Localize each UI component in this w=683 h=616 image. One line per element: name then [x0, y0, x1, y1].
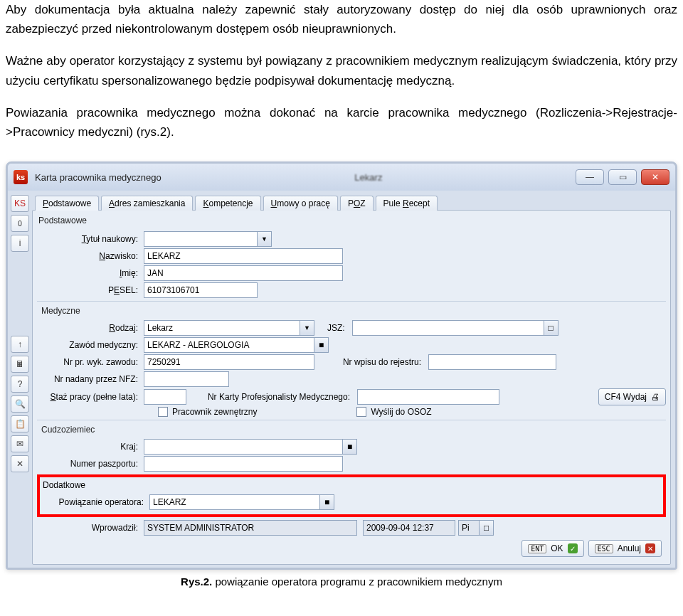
group-dodatkowe: Dodatkowe — [43, 480, 660, 493]
close-button[interactable]: ✕ — [641, 169, 669, 185]
paragraph-3: Powiazania pracownika medycznego można d… — [6, 103, 677, 142]
input-staz[interactable] — [144, 389, 186, 405]
label-powiazanie: Powiązanie operatora: — [43, 497, 149, 507]
sidebar-help-button[interactable]: ? — [11, 376, 29, 393]
sidebar-calc-button[interactable]: 🖩 — [11, 356, 29, 373]
label-jsz: JSZ: — [314, 323, 352, 333]
input-nrwpisu[interactable] — [428, 354, 556, 370]
tab-umowy[interactable]: Umowy o pracę — [263, 196, 338, 211]
input-zawod[interactable]: LEKARZ - ALERGOLOGIA — [144, 337, 314, 353]
input-powiazanie[interactable]: LEKARZ — [149, 494, 320, 510]
app-icon: ks — [14, 170, 28, 184]
sidebar-mail-button[interactable]: ✉ — [11, 435, 29, 452]
sidebar-search-button[interactable]: 🔍 — [11, 395, 29, 413]
label-wprowadzil: Wprowadził: — [37, 523, 144, 533]
tab-poz[interactable]: POZ — [340, 196, 374, 211]
input-pi: Pi — [458, 520, 480, 536]
cancel-button[interactable]: ESC Anuluj ✕ — [588, 540, 662, 557]
label-nazwisko: Nazwisko: — [37, 251, 144, 261]
label-tytul: Tytuł naukowy: — [37, 234, 144, 244]
figure-caption: Rys.2. powiązanie operatora programu z p… — [0, 575, 683, 588]
label-imie: Imię: — [37, 268, 144, 278]
ok-button[interactable]: ENT OK ✓ — [521, 540, 583, 557]
label-karta: Nr Karty Profesjonalisty Medycznego: — [186, 392, 357, 402]
sidebar-toolbar: KS 0 i ↑ 🖩 ? 🔍 📋 ✉ ✕ — [8, 191, 32, 568]
paragraph-2: Ważne aby operator korzystający z system… — [6, 51, 677, 90]
highlighted-section: Dodatkowe Powiązanie operatora: LEKARZ ■ — [37, 474, 666, 517]
window-title: Karta pracownika medycznego — [35, 172, 162, 183]
minimize-button[interactable]: — — [576, 169, 604, 185]
input-karta[interactable] — [357, 389, 499, 405]
wydaj-button[interactable]: CF4 Wydaj🖨 — [598, 388, 666, 405]
checkbox-zewnetrzny[interactable] — [158, 407, 168, 417]
input-nazwisko[interactable]: LEKARZ — [144, 248, 343, 264]
sidebar-logo-button[interactable]: KS — [11, 195, 29, 212]
document-text: Aby dokumentacja była aktualna należy za… — [0, 0, 683, 161]
stop-icon[interactable]: ■ — [320, 494, 334, 510]
tab-podstawowe[interactable]: Podstawowe — [35, 196, 99, 211]
label-staz: Staż pracy (pełne lata): — [37, 392, 144, 402]
print-icon: 🖨 — [651, 392, 660, 402]
input-paszport[interactable] — [144, 456, 343, 472]
group-podstawowe: Podstawowe — [37, 213, 666, 230]
tabstrip: Podstawowe Adres zamieszkania Kompetencj… — [32, 193, 671, 211]
expand-icon[interactable]: □ — [480, 520, 494, 536]
stop-icon[interactable]: ■ — [314, 337, 329, 353]
input-imie[interactable]: JAN — [144, 265, 343, 281]
label-nrpr: Nr pr. wyk. zawodu: — [37, 357, 144, 367]
panel: Podstawowe Tytuł naukowy: ▼ Nazwisko: LE… — [32, 210, 671, 565]
dropdown-arrow-icon[interactable]: ▼ — [258, 231, 272, 247]
dialog-window: ks Karta pracownika medycznego Lekarz — … — [6, 161, 677, 570]
check-icon: ✓ — [568, 543, 578, 553]
label-rodzaj: Rodzaj: — [37, 323, 144, 333]
sidebar-close-button[interactable]: ✕ — [11, 455, 29, 472]
checkbox-osoz[interactable] — [356, 407, 366, 417]
expand-icon[interactable]: □ — [544, 320, 558, 336]
label-osoz: Wyślij do OSOZ — [371, 407, 431, 417]
label-zewnetrzny: Pracownik zewnętrzny — [172, 407, 257, 417]
dropdown-arrow-icon[interactable]: ▼ — [300, 320, 314, 336]
sidebar-up-button[interactable]: ↑ — [11, 336, 29, 353]
stop-icon[interactable]: ■ — [343, 439, 357, 455]
sidebar-clipboard-button[interactable]: 📋 — [11, 415, 29, 432]
sidebar-zero-button[interactable]: 0 — [11, 215, 29, 232]
tab-pule[interactable]: Pule Recept — [376, 196, 438, 211]
group-medyczne: Medyczne — [37, 301, 666, 319]
input-wprowadzil: SYSTEM ADMINISTRATOR — [144, 520, 357, 536]
tab-adres[interactable]: Adres zamieszkania — [101, 196, 193, 211]
input-nfz[interactable] — [144, 371, 229, 387]
paragraph-1: Aby dokumentacja była aktualna należy za… — [6, 0, 677, 38]
titlebar: ks Karta pracownika medycznego Lekarz — … — [8, 164, 675, 191]
input-data: 2009-09-04 12:37 — [363, 520, 455, 536]
label-nfz: Nr nadany przez NFZ: — [37, 374, 144, 384]
input-jsz[interactable] — [352, 320, 544, 336]
window-subtitle: Lekarz — [162, 172, 576, 183]
input-rodzaj[interactable]: Lekarz — [144, 320, 300, 336]
label-zawod: Zawód medyczny: — [37, 340, 144, 350]
sidebar-info-button[interactable]: i — [11, 235, 29, 252]
maximize-button[interactable]: ▭ — [608, 169, 637, 185]
tab-kompetencje[interactable]: Kompetencje — [195, 196, 260, 211]
group-cudzoziemiec: Cudzoziemiec — [37, 420, 666, 437]
label-kraj: Kraj: — [37, 442, 144, 452]
label-pesel: PESEL: — [37, 285, 144, 295]
input-nrpr[interactable]: 7250291 — [144, 354, 314, 370]
input-pesel[interactable]: 61073106701 — [144, 282, 258, 298]
input-tytul[interactable] — [144, 231, 258, 247]
input-kraj[interactable] — [144, 439, 343, 455]
label-paszport: Numer paszportu: — [37, 459, 144, 469]
label-nrwpisu: Nr wpisu do rejestru: — [314, 357, 428, 367]
x-icon: ✕ — [645, 543, 655, 553]
